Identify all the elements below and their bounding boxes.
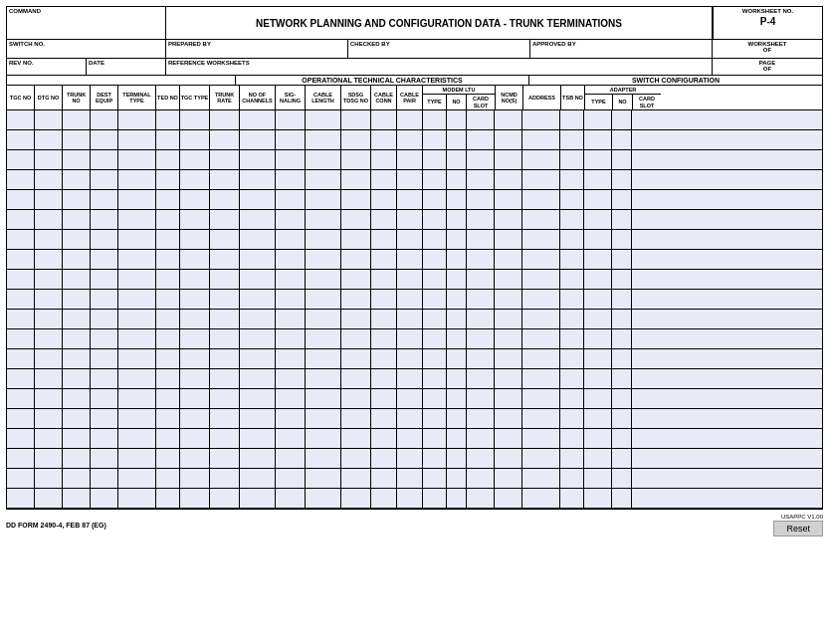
data-cell — [423, 270, 447, 289]
data-cell — [91, 489, 118, 508]
checked-by-label: CHECKED BY — [348, 40, 530, 58]
data-cell — [447, 329, 467, 348]
data-cell — [240, 150, 276, 169]
data-cell — [495, 150, 522, 169]
data-cell — [118, 469, 156, 488]
data-cell — [91, 369, 118, 388]
data-cell — [522, 290, 560, 309]
data-cell — [118, 210, 156, 229]
modem-ltu-cols: TYPE NO CARD SLOT — [423, 95, 495, 109]
data-cell — [210, 489, 240, 508]
data-cell — [371, 469, 397, 488]
data-cell — [35, 469, 63, 488]
data-cell — [467, 110, 495, 129]
data-cell — [423, 230, 447, 249]
data-cell — [210, 210, 240, 229]
data-cell — [612, 290, 632, 309]
data-cell — [210, 469, 240, 488]
reset-button[interactable]: Reset — [773, 521, 823, 537]
data-cell — [397, 130, 423, 149]
data-cell — [35, 349, 63, 368]
data-cell — [118, 409, 156, 428]
prepared-by-label: PREPARED BY — [166, 40, 348, 58]
col-header-cable-pair: CABLE PAIR — [397, 86, 423, 109]
data-cell — [522, 349, 560, 368]
data-cell — [584, 469, 612, 488]
data-cell — [612, 210, 632, 229]
data-cell — [35, 329, 63, 348]
data-cell — [91, 449, 118, 468]
table-row — [7, 409, 822, 429]
data-cell — [276, 250, 306, 269]
data-cell — [584, 110, 612, 129]
data-cell — [447, 449, 467, 468]
data-cell — [612, 449, 632, 468]
third-row: REV NO. DATE REFERENCE WORKSHEETS PAGE O… — [6, 59, 823, 76]
data-cell — [180, 349, 210, 368]
data-cell — [522, 130, 560, 149]
data-cell — [522, 469, 560, 488]
data-cell — [341, 389, 371, 408]
data-cell — [584, 170, 612, 189]
table-row — [7, 469, 822, 489]
data-cell — [467, 469, 495, 488]
data-cell — [612, 250, 632, 269]
data-cell — [560, 210, 584, 229]
adapter-cols: TYPE NO CARD SLOT — [585, 95, 661, 109]
data-cell — [276, 110, 306, 129]
data-cell — [180, 150, 210, 169]
worksheet-box: WORKSHEET NO. P-4 — [713, 7, 822, 39]
data-cell — [341, 150, 371, 169]
data-cell — [35, 449, 63, 468]
data-cell — [632, 130, 660, 149]
data-cell — [632, 290, 660, 309]
data-cell — [560, 409, 584, 428]
data-cell — [371, 130, 397, 149]
col-header-dest-equip: DEST EQUIP — [91, 86, 118, 109]
data-cell — [35, 489, 63, 508]
data-cell — [371, 170, 397, 189]
data-cell — [35, 290, 63, 309]
data-cell — [447, 429, 467, 448]
op-tech-header: OPERATIONAL TECHNICAL CHARACTERISTICS — [236, 76, 529, 85]
col-header-trunk-no: TRUNK NO — [63, 86, 91, 109]
table-row — [7, 270, 822, 290]
data-cell — [180, 270, 210, 289]
data-cell — [632, 489, 660, 508]
data-cell — [156, 110, 180, 129]
data-cell — [156, 190, 180, 209]
col-header-adapter-card-slot: CARD SLOT — [633, 95, 661, 109]
data-cell — [7, 230, 35, 249]
data-cell — [118, 150, 156, 169]
table-row — [7, 230, 822, 250]
title-section: NETWORK PLANNING AND CONFIGURATION DATA … — [166, 7, 713, 39]
data-cell — [306, 230, 341, 249]
table-row — [7, 110, 822, 130]
data-cell — [306, 270, 341, 289]
data-cell — [447, 310, 467, 328]
data-cell — [7, 310, 35, 328]
data-cell — [306, 429, 341, 448]
data-cell — [423, 130, 447, 149]
data-cell — [612, 110, 632, 129]
data-cell — [584, 489, 612, 508]
data-cell — [91, 230, 118, 249]
data-cell — [495, 409, 522, 428]
data-cell — [397, 110, 423, 129]
data-cell — [341, 429, 371, 448]
data-cell — [495, 329, 522, 348]
data-cell — [306, 449, 341, 468]
data-cell — [210, 389, 240, 408]
col-header-tgc-type: TGC TYPE — [180, 86, 210, 109]
data-cell — [306, 389, 341, 408]
data-cell — [240, 409, 276, 428]
data-cell — [612, 230, 632, 249]
data-cell — [397, 150, 423, 169]
data-cell — [341, 329, 371, 348]
data-cell — [341, 130, 371, 149]
data-cell — [584, 150, 612, 169]
usappc-label: USAPPC V1.00 — [781, 514, 823, 520]
data-cell — [467, 449, 495, 468]
data-cell — [467, 170, 495, 189]
data-cell — [447, 469, 467, 488]
